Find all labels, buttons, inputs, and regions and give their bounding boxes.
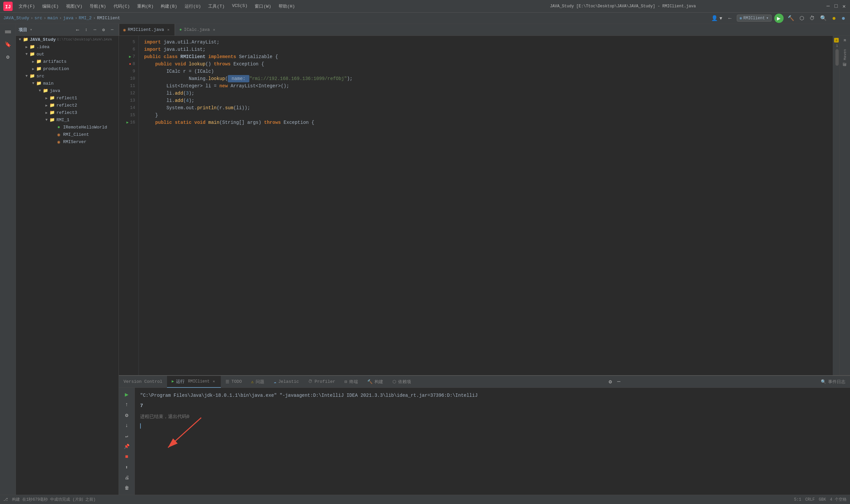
scroll-down-button[interactable]: ↓	[122, 422, 132, 429]
breadcrumb-file[interactable]: RMIClient	[97, 16, 120, 21]
encoding[interactable]: GBK	[819, 497, 826, 502]
tree-reflect1[interactable]: ▶ 📁 reflect1	[16, 94, 119, 102]
minimize-panel-icon[interactable]: ─	[109, 26, 116, 34]
close-run-tab[interactable]: ✕	[212, 379, 216, 384]
tab-build[interactable]: 🔨 构建	[363, 376, 388, 388]
tree-root[interactable]: ▼ 📁 JAVA_Study E:\Ttoc\Desktop\JAVA\JAVA	[16, 36, 119, 43]
bookmarks-icon[interactable]: 🔖	[3, 39, 13, 50]
expand-icon[interactable]: ↔	[91, 26, 98, 34]
code-content[interactable]: import java.util.ArrayList; import java.…	[139, 36, 833, 375]
tree-java[interactable]: ▼ 📁 java	[16, 87, 119, 94]
tree-iremote[interactable]: ● IRemoteHelloWorld	[16, 124, 119, 131]
upload-button[interactable]: ⬆	[122, 464, 132, 471]
tree-reflect2[interactable]: ▶ 📁 reflect2	[16, 102, 119, 109]
build-button[interactable]: 🔨	[786, 14, 796, 22]
tab-jelastic[interactable]: ☁ Jelastic	[269, 376, 304, 388]
stop-button[interactable]: ■	[122, 453, 132, 461]
run-gutter-16[interactable]: ▶	[127, 119, 129, 126]
copilot-label[interactable]: Maven	[843, 49, 847, 60]
project-view-icon[interactable]	[3, 26, 13, 37]
menu-refactor[interactable]: 重构(R)	[134, 2, 157, 11]
menu-build[interactable]: 构建(B)	[157, 2, 180, 11]
cursor-position[interactable]: 5:1	[794, 497, 801, 502]
title-bar: IJ 文件(F) 编辑(E) 视图(V) 导航(N) 代码(C) 重构(R) 构…	[0, 0, 850, 13]
profile-button[interactable]: ⏱	[808, 14, 816, 22]
collapse-all-icon[interactable]: ⟵	[74, 26, 82, 34]
indent[interactable]: 4 个空格	[830, 497, 847, 502]
minimize-button[interactable]: ─	[826, 4, 831, 9]
breadcrumb-project[interactable]: JAVA_Study	[3, 16, 29, 21]
tree-main[interactable]: ▼ 📁 main	[16, 80, 119, 87]
scrollbar-thumb[interactable]	[835, 49, 839, 66]
user-icon-button[interactable]: 👤 ▾	[710, 14, 723, 22]
menu-vcs[interactable]: VCS(S)	[229, 2, 251, 11]
breadcrumb-rmi2[interactable]: RMI_2	[79, 16, 92, 21]
close-tab-icalc[interactable]: ✕	[212, 28, 216, 32]
breadcrumb-java[interactable]: java	[63, 16, 73, 21]
menu-run[interactable]: 运行(U)	[181, 2, 204, 11]
tree-reflect3[interactable]: ▶ 📁 reflect3	[16, 109, 119, 116]
run-config-selector[interactable]: ◉ RMIClient ▾	[737, 15, 772, 22]
status-right: 5:1 CRLF GBK 4 个空格	[794, 497, 847, 502]
search-button[interactable]: 🔍	[819, 14, 828, 22]
maximize-button[interactable]: □	[833, 4, 839, 9]
soft-wrap-button[interactable]: ↵	[122, 432, 132, 440]
settings-icon[interactable]: ⚙	[100, 26, 107, 34]
settings-icon-bottom[interactable]: ⚙	[607, 377, 613, 386]
menu-code[interactable]: 代码(C)	[110, 2, 133, 11]
back-button[interactable]: ←	[726, 14, 734, 22]
tab-run[interactable]: ▶ 运行 RMIClient ✕	[167, 376, 221, 388]
menu-edit[interactable]: 编辑(E)	[39, 2, 62, 11]
tree-production[interactable]: ▶ 📁 production	[16, 65, 119, 72]
run-button[interactable]: ▶	[774, 14, 783, 23]
tree-artifacts[interactable]: ▶ 📁 artifacts	[16, 58, 119, 65]
notifications-button[interactable]: ●	[840, 13, 847, 23]
scroll-up-button[interactable]: ↑	[122, 401, 132, 408]
sync-icon[interactable]: ↕	[83, 26, 90, 34]
tab-problems[interactable]: ⚠ 问题	[246, 376, 269, 388]
close-tab-rmiclient[interactable]: ✕	[166, 28, 171, 32]
tree-rmiclient-old[interactable]: ◉ RMI_Client	[16, 131, 119, 138]
tab-icalc[interactable]: ● ICalc.java ✕	[175, 24, 221, 36]
editor-scrollbar[interactable]: ⚠ 1	[833, 36, 839, 375]
menu-file[interactable]: 文件(F)	[15, 2, 38, 11]
tab-event-log[interactable]: 🔍 事件日志	[816, 376, 850, 388]
line-ending[interactable]: CRLF	[805, 497, 815, 502]
menu-help[interactable]: 帮助(H)	[275, 2, 298, 11]
tab-version-control[interactable]: Version Control	[119, 376, 167, 388]
run-gutter-7[interactable]: ▶	[129, 53, 131, 60]
pin-button[interactable]: 📌	[122, 443, 132, 450]
project-tree[interactable]: ▼ 📁 JAVA_Study E:\Ttoc\Desktop\JAVA\JAVA…	[16, 36, 119, 495]
tree-src[interactable]: ▼ 📁 src	[16, 72, 119, 80]
tab-deps[interactable]: ⬡ 依赖项	[388, 376, 416, 388]
tab-todo[interactable]: ☰ TODO	[221, 376, 246, 388]
copilot-icon[interactable]: M	[844, 38, 846, 42]
tree-rmi1[interactable]: ▼ 📁 RMI_1	[16, 116, 119, 124]
menu-tools[interactable]: 工具(T)	[205, 2, 228, 11]
breadcrumb-main[interactable]: main	[48, 16, 58, 21]
menu-view[interactable]: 视图(V)	[63, 2, 86, 11]
minimize-bottom-icon[interactable]: ─	[616, 378, 622, 386]
breadcrumb-src[interactable]: src	[35, 16, 42, 21]
help-avatar[interactable]: ●	[831, 13, 837, 23]
annotation-arrow	[161, 414, 228, 454]
menu-window[interactable]: 窗口(W)	[251, 2, 274, 11]
run-output[interactable]: "C:\Program Files\Java\jdk-18.0.1.1\bin\…	[135, 388, 850, 495]
tab-terminal[interactable]: ⊟ 终端	[340, 376, 363, 388]
tree-rmiserver[interactable]: ◉ RMIServer	[16, 138, 119, 145]
breakpoint-8[interactable]: ●	[129, 60, 131, 68]
menu-navigate[interactable]: 导航(N)	[86, 2, 109, 11]
structure-icon[interactable]: ⚙	[3, 52, 13, 62]
tab-profiler[interactable]: ⏱ Profiler	[304, 376, 340, 388]
clear-button[interactable]: 🗑	[122, 484, 132, 492]
rerun-button[interactable]: ▶	[122, 391, 132, 398]
window-controls: ─ □ ✕	[826, 4, 847, 9]
coverage-button[interactable]: ⬡	[798, 14, 806, 22]
settings-run-icon[interactable]: ⚙	[122, 411, 132, 419]
tab-rmiclient[interactable]: ◉ RMIClient.java ✕	[119, 24, 175, 36]
print-button[interactable]: 🖨	[122, 474, 132, 482]
run-cursor-line	[140, 422, 845, 430]
close-button[interactable]: ✕	[842, 4, 847, 9]
tree-out[interactable]: ▼ 📁 out	[16, 51, 119, 58]
tree-idea[interactable]: ▶ 📁 .idea	[16, 43, 119, 51]
